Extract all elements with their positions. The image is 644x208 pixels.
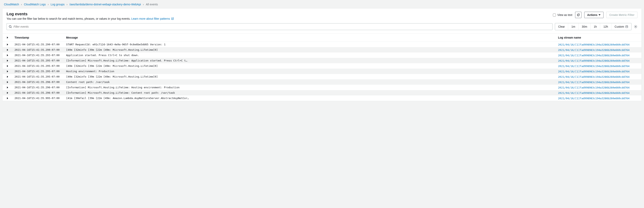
timestamp-cell: 2021-04-16T15:41:35.290-07:00 [12,48,64,52]
log-events-table: Timestamp Message Log stream name 2021-0… [2,33,642,101]
table-row[interactable]: 2021-04-16T15:41:35.295-07:00[Informatio… [2,58,642,63]
message-cell: [Information] Microsoft.Hosting.Lifetime… [64,85,556,90]
caret-down-icon [598,14,600,16]
timestamp-cell: 2021-04-16T15:41:35.295-07:00 [12,64,64,68]
message-cell: [Information] Microsoft.Hosting.Lifetime… [64,58,556,63]
col-timestamp: Timestamp [12,35,64,40]
log-stream-link[interactable]: 2021/04/16/[1]fad998983c194a3286b260e660… [558,65,630,68]
page-subtitle: You can use the filter bar below to sear… [6,17,130,20]
table-row[interactable]: 2021-04-16T15:41:35.295-07:00[40m [32min… [2,63,642,69]
breadcrumb-current: All events [146,3,158,6]
log-stream-link[interactable]: 2021/04/16/[1]fad998983c194a3286b260e660… [558,43,630,46]
table-row[interactable]: 2021-04-16T15:41:35.290-07:00[40m [32min… [2,47,642,53]
table-row[interactable]: 2021-04-16T15:41:35.295-07:00[40m [32min… [2,74,642,79]
calendar-icon [625,25,628,28]
stream-cell: 2021/04/16/[1]fad998983c194a3286b260e660… [556,42,642,47]
log-stream-link[interactable]: 2021/04/16/[1]fad998983c194a3286b260e660… [558,75,630,78]
view-as-text-checkbox[interactable] [553,14,556,17]
time-30m-button[interactable]: 30m [578,23,590,30]
expand-row-icon[interactable] [7,92,8,94]
timestamp-cell: 2021-04-16T15:41:35.296-07:00 [12,90,64,95]
stream-cell: 2021/04/16/[1]fad998983c194a3286b260e660… [556,58,642,63]
svg-point-2 [635,26,636,27]
table-row[interactable]: 2021-04-16T15:41:35.296-07:00Content roo… [2,79,642,85]
timestamp-cell: 2021-04-16T15:41:35.295-07:00 [12,74,64,79]
table-row[interactable]: 2021-04-16T15:41:35.293-07:00Application… [2,53,642,58]
expand-row-icon[interactable] [7,70,8,72]
actions-dropdown[interactable]: Actions [584,12,604,18]
expand-row-icon[interactable] [7,97,8,99]
message-cell: Content root path: /var/task [64,80,556,84]
breadcrumb-cloudwatch-logs[interactable]: CloudWatch Logs [24,3,46,6]
time-custom-button[interactable]: Custom [611,23,631,30]
expand-row-icon[interactable] [7,44,8,46]
table-row[interactable]: 2021-04-16T15:41:35.296-07:00[Informatio… [2,90,642,95]
svg-point-0 [9,26,11,28]
timestamp-cell: 2021-04-16T15:41:35.995-07:00 [12,96,64,100]
timestamp-cell: 2021-04-16T15:41:35.296-07:00 [12,85,64,90]
time-1m-button[interactable]: 1m [568,23,578,30]
table-row[interactable]: 2021-04-16T15:41:35.295-07:00Hosting env… [2,69,642,74]
create-metric-filter-button[interactable]: Create Metric Filter [606,12,638,18]
log-stream-link[interactable]: 2021/04/16/[1]fad998983c194a3286b260e660… [558,86,630,89]
message-cell: Application started. Press Ctrl+C to shu… [64,53,556,58]
stream-cell: 2021/04/16/[1]fad998983c194a3286b260e660… [556,80,642,85]
col-message: Message [64,35,556,40]
stream-cell: 2021/04/16/[1]fad998983c194a3286b260e660… [556,48,642,52]
expand-row-icon[interactable] [7,65,8,67]
time-12h-button[interactable]: 12h [600,23,611,30]
expand-row-icon[interactable] [7,76,8,78]
view-as-text-toggle[interactable]: View as text [553,13,572,17]
filter-input-container[interactable] [6,23,552,30]
settings-icon[interactable] [634,25,638,29]
filter-input[interactable] [14,25,550,28]
table-header-row: Timestamp Message Log stream name [2,33,642,42]
breadcrumb-log-groups[interactable]: Log groups [50,3,64,6]
message-cell: Hosting environment: Production [64,69,556,74]
time-clear-button[interactable]: Clear [555,23,568,30]
stream-cell: 2021/04/16/[1]fad998983c194a3286b260e660… [556,69,642,74]
stream-cell: 2021/04/16/[1]fad998983c194a3286b260e660… [556,53,642,58]
expand-all-icon[interactable] [7,37,8,39]
message-cell: [40m [32minfo [39m [22m [49m: Microsoft.… [64,64,556,68]
message-cell: [40m [32minfo [39m [22m [49m: Microsoft.… [64,48,556,52]
stream-cell: 2021/04/16/[1]fad998983c194a3286b260e660… [556,96,642,101]
external-link-icon [171,17,174,20]
log-stream-link[interactable]: 2021/04/16/[1]fad998983c194a3286b260e660… [558,59,630,62]
log-stream-link[interactable]: 2021/04/16/[1]fad998983c194a3286b260e660… [558,97,630,100]
chevron-right-icon: › [66,3,68,6]
log-stream-link[interactable]: 2021/04/16/[1]fad998983c194a3286b260e660… [558,49,630,52]
message-cell: START RequestId: e01c712d-1643-4e9a-965f… [64,42,556,47]
timestamp-cell: 2021-04-16T15:41:35.290-07:00 [12,42,64,47]
expand-row-icon[interactable] [7,49,8,51]
log-events-panel: Log events You can use the filter bar be… [2,8,642,101]
message-cell: [Information] Microsoft.Hosting.Lifetime… [64,90,556,95]
breadcrumb: CloudWatch › CloudWatch Logs › Log group… [0,0,644,8]
expand-row-icon[interactable] [7,60,8,62]
timestamp-cell: 2021-04-16T15:41:35.293-07:00 [12,53,64,58]
table-row[interactable]: 2021-04-16T15:41:35.995-07:00[41m [30mfa… [2,95,642,101]
col-stream: Log stream name [556,35,642,40]
timestamp-cell: 2021-04-16T15:41:35.295-07:00 [12,69,64,74]
table-row[interactable]: 2021-04-16T15:41:35.290-07:00START Reque… [2,42,642,47]
log-stream-link[interactable]: 2021/04/16/[1]fad998983c194a3286b260e660… [558,70,630,73]
timestamp-cell: 2021-04-16T15:41:35.296-07:00 [12,80,64,84]
breadcrumb-cloudwatch[interactable]: CloudWatch [4,3,19,6]
timestamp-cell: 2021-04-16T15:41:35.295-07:00 [12,58,64,63]
refresh-button[interactable] [575,12,582,18]
expand-row-icon[interactable] [7,87,8,89]
chevron-right-icon: › [143,3,144,6]
message-cell: [40m [32minfo [39m [22m [49m: Microsoft.… [64,74,556,79]
chevron-right-icon: › [48,3,49,6]
time-1h-button[interactable]: 1h [590,23,600,30]
stream-cell: 2021/04/16/[1]fad998983c194a3286b260e660… [556,64,642,68]
breadcrumb-log-group-name[interactable]: /aws/lambda/demo-dotnet-webapi-stackery-… [70,3,141,6]
message-cell: [41m [30mfail [39m [22m [49m: Amazon.Lam… [64,96,556,100]
expand-row-icon[interactable] [7,54,8,56]
table-row[interactable]: 2021-04-16T15:41:35.296-07:00[Informatio… [2,85,642,90]
log-stream-link[interactable]: 2021/04/16/[1]fad998983c194a3286b260e660… [558,54,630,57]
log-stream-link[interactable]: 2021/04/16/[1]fad998983c194a3286b260e660… [558,81,630,84]
learn-more-link[interactable]: Learn more about filter patterns [131,17,174,20]
expand-row-icon[interactable] [7,81,8,83]
log-stream-link[interactable]: 2021/04/16/[1]fad998983c194a3286b260e660… [558,91,630,94]
